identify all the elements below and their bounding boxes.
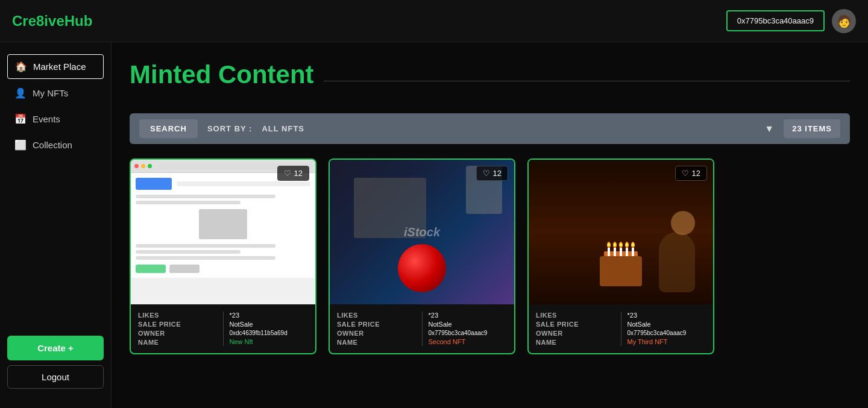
candle-5 [632,248,634,256]
sidebar-item-label: Events [33,114,60,124]
candle-4 [626,248,628,256]
expand-dot [148,164,152,168]
sphere-element [398,244,446,292]
owner-value: 0xdc4639fb11b5a69d [230,330,309,336]
logout-button[interactable]: Logout [7,365,104,389]
likes-count: 12 [493,169,502,178]
minimize-dot [141,164,145,168]
nft-card[interactable]: iStock ♡ 12 LIKES SALE PRICE OWNER NAME [329,158,515,354]
calendar-icon: 📅 [14,113,27,125]
heart-icon: ♡ [682,169,689,178]
sale-label: SALE PRICE [337,321,416,328]
sidebar-item-label: Market Place [33,61,86,72]
home-icon: 🏠 [15,61,27,72]
nft-info: LIKES SALE PRICE OWNER NAME *23 NotSale … [330,304,514,353]
sort-label: SORT BY : [207,124,253,133]
candle-3 [620,248,622,256]
owner-label: OWNER [337,330,416,337]
content-line [136,195,275,198]
cake-element [600,256,642,286]
nft-info: LIKES SALE PRICE OWNER NAME *23 NotSale … [529,304,713,353]
sale-label: SALE PRICE [138,321,217,328]
sidebar-item-collection[interactable]: ⬜ Collection [7,133,104,157]
avatar[interactable]: 🧑 [832,9,856,33]
wallet-address-button[interactable]: 0x7795bc3ca40aaac9 [726,10,825,31]
heart-icon: ♡ [483,169,490,178]
likes-label: LIKES [138,312,217,319]
sale-value: NotSale [230,321,309,328]
candle-1 [608,248,610,256]
likes-label: LIKES [536,312,615,319]
sidebar-item-marketplace[interactable]: 🏠 Market Place [7,54,104,79]
nft-info-left: LIKES SALE PRICE OWNER NAME [337,312,416,346]
nft-image-container: iStock ♡ 12 [330,160,514,304]
sidebar-nav: 🏠 Market Place 👤 My NFTs 📅 Events ⬜ Coll… [0,54,111,328]
nft-info-right: *23 NotSale 0xdc4639fb11b5a69d New Nft [230,312,309,346]
sale-value: NotSale [627,321,706,328]
nft-card[interactable]: ♡ 12 LIKES SALE PRICE OWNER NAME *23 Not… [130,158,316,354]
flame-5 [631,242,635,248]
likes-badge: ♡ 12 [675,166,707,181]
name-label: NAME [138,339,217,346]
flame-2 [613,242,617,248]
nft-info-left: LIKES SALE PRICE OWNER NAME [536,312,615,346]
watermark-text: iStock [404,225,440,239]
name-label: NAME [536,339,615,346]
name-value: My Third NFT [627,338,706,345]
nft-info-right: *23 NotSale 0x7795bc3ca40aaac9 Second NF… [429,312,508,346]
name-value: Second NFT [429,338,508,345]
search-bar: SEARCH SORT BY : ALL NFTS PRICE: LOW TO … [130,113,850,144]
heart-icon: ♡ [284,169,291,178]
user-icon: 👤 [14,87,27,99]
nft-info-left: LIKES SALE PRICE OWNER NAME [138,312,217,346]
create-button[interactable]: Create + [7,336,104,360]
name-label: NAME [337,339,416,346]
nft-image-container: ♡ 12 [529,160,713,304]
nft-divider [621,312,621,346]
sort-select[interactable]: ALL NFTS PRICE: LOW TO HIGH PRICE: HIGH … [262,124,755,133]
sidebar-item-events[interactable]: 📅 Events [7,107,104,131]
likes-value: *23 [627,312,706,319]
likes-label: LIKES [337,312,416,319]
close-dot [134,164,139,168]
nft-divider [422,312,423,346]
likes-count: 12 [294,169,303,178]
sidebar-item-label: Collection [33,140,72,150]
flame-1 [607,242,611,248]
name-value: New Nft [230,338,309,345]
candles-element [608,248,634,256]
content-line [136,244,275,248]
page-title: Minted Content [130,60,314,89]
owner-value: 0x7795bc3ca40aaac9 [627,330,706,336]
content-line [136,201,241,204]
nft-divider [223,312,224,346]
layout: 🏠 Market Place 👤 My NFTs 📅 Events ⬜ Coll… [0,42,868,408]
owner-value: 0x7795bc3ca40aaac9 [429,330,508,336]
nft-image-container: ♡ 12 [131,160,315,304]
sidebar-item-label: My NFTs [33,88,68,98]
main-content: Minted Content SEARCH SORT BY : ALL NFTS… [112,42,868,408]
nft-grid: ♡ 12 LIKES SALE PRICE OWNER NAME *23 Not… [130,158,850,354]
owner-label: OWNER [138,330,217,337]
content-line [136,250,241,254]
child-body [659,232,695,292]
content-line [136,256,275,260]
content-box [199,209,247,239]
owner-label: OWNER [536,330,615,337]
sidebar-bottom: Create + Logout [0,328,111,396]
flame-3 [619,242,623,248]
nft-thumbnail [131,160,315,304]
sidebar-item-mynfts[interactable]: 👤 My NFTs [7,81,104,105]
likes-count: 12 [692,169,700,178]
child-head [671,211,695,235]
nft-card[interactable]: ♡ 12 LIKES SALE PRICE OWNER NAME *23 Not… [527,158,714,354]
nft-thumbnail [529,160,713,304]
logo-suffix: Hub [64,13,93,29]
nft-info-right: *23 NotSale 0x7795bc3ca40aaac9 My Third … [627,312,706,346]
title-container: Minted Content [130,60,850,101]
search-button[interactable]: SEARCH [139,119,198,138]
logo: Cre8iveHub [12,13,92,30]
browser-content [131,173,315,278]
header-right: 0x7795bc3ca40aaac9 🧑 [726,9,856,33]
candle-2 [614,248,616,256]
